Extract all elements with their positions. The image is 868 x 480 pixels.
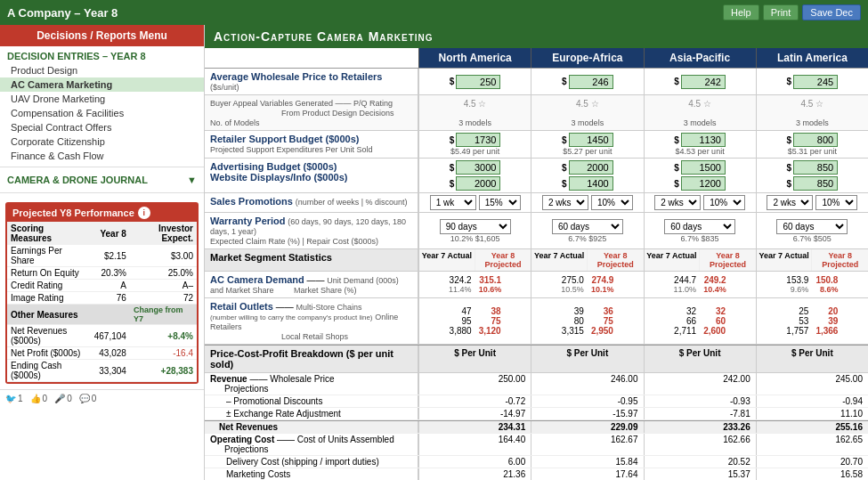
help-button[interactable]: Help xyxy=(723,4,759,20)
retailer-la-input[interactable] xyxy=(793,133,838,147)
warranty-ap: 60 days90 days120 days 6.7% $835 xyxy=(644,213,756,248)
market-stats-title: Market Segment Statistics xyxy=(205,249,418,271)
perf-yr8-netrev: 467,104 xyxy=(91,325,130,347)
perf-row-netprofit: Net Profit ($000s) 43,028 -16.4 xyxy=(7,347,197,360)
online-yr8-na: 75 xyxy=(479,316,501,326)
bd-delivery-label: Delivery Cost (shipping / import duties) xyxy=(205,456,418,468)
sidebar: Decisions / Reports Menu DECISION ENTRIE… xyxy=(0,25,205,480)
bd-promo-la: -0.94 xyxy=(756,395,868,407)
promo-weeks-ea-select[interactable]: 2 wks1 wk3 wks xyxy=(542,195,588,210)
retailer-support-na: $ $5.49 per unit xyxy=(418,131,531,158)
chains-yr7-na: 47 xyxy=(450,306,472,316)
bd-delivery-na: 6.00 xyxy=(418,456,531,468)
sidebar-item-uav[interactable]: UAV Drone Marketing xyxy=(0,92,204,106)
perf-row-eps: Earnings Per Share $2.15 $3.00 xyxy=(7,245,197,267)
social-icon-2[interactable]: 👍0 xyxy=(30,394,48,403)
bd-netrev-row: Net Revenues 234.31 229.09 233.26 255.16 xyxy=(205,420,868,434)
retailer-ap-input[interactable] xyxy=(681,133,726,147)
perf-label-credit: Credit Rating xyxy=(7,280,91,292)
ad-la-input[interactable] xyxy=(793,160,838,175)
bd-wholesale-ea: 246.00 xyxy=(531,373,643,395)
promo-disc-ap-select[interactable]: 10%15%20% xyxy=(703,195,745,210)
warranty-ap-select[interactable]: 60 days90 days120 days xyxy=(664,219,735,234)
print-button[interactable]: Print xyxy=(763,4,799,20)
market-stats-header: Market Segment Statistics Year 7 Actual … xyxy=(205,249,868,272)
perf-change-label: Change from Y7 xyxy=(130,305,197,325)
warranty-label: Warranty Period (60 days, 90 days, 120 d… xyxy=(205,213,418,248)
ad-website-label: Advertising Budget ($000s) Website Displ… xyxy=(205,159,418,192)
ad-ap-input[interactable] xyxy=(681,160,726,175)
bd-netrev-ap: 233.26 xyxy=(644,421,756,433)
avg-wholesale-la: $ xyxy=(756,69,868,94)
share-yr7-na: 11.4% xyxy=(449,285,472,294)
perf-label-eps: Earnings Per Share xyxy=(7,245,91,267)
ad-na-input[interactable] xyxy=(456,160,500,175)
promo-disc-la-select[interactable]: 10%15%20% xyxy=(815,195,857,210)
bd-delivery-ea: 15.84 xyxy=(531,456,643,468)
web-ap-input[interactable] xyxy=(681,176,726,191)
wholesale-ap-input[interactable] xyxy=(681,75,726,89)
promo-weeks-na-select[interactable]: 1 wk2 wks3 wks xyxy=(430,195,476,210)
bd-exchange-na: -14.97 xyxy=(418,408,531,419)
social-row: 🐦1 👍0 🎤0 💬0 xyxy=(0,389,204,407)
bd-netrev-label: Net Revenues xyxy=(205,421,418,433)
bd-promo-na: -0.72 xyxy=(418,395,531,407)
wholesale-na-input[interactable] xyxy=(456,75,500,89)
demand-yr8-ap: 249.2 xyxy=(703,275,726,285)
wholesale-la-input[interactable] xyxy=(793,75,838,89)
sidebar-item-special[interactable]: Special Contract Offers xyxy=(0,120,204,134)
warranty-la-select[interactable]: 60 days90 days120 days xyxy=(776,219,848,234)
perf-table: Scoring Measures Year 8 Investor Expect.… xyxy=(7,222,197,382)
bd-netrev-la: 255.16 xyxy=(756,421,868,433)
perf-col-yr8: Year 8 xyxy=(91,222,130,245)
demand-la: 153.9 9.6% 150.8 8.6% xyxy=(756,272,868,297)
save-button[interactable]: Save Dec xyxy=(802,4,861,20)
sidebar-item-finance[interactable]: Finance & Cash Flow xyxy=(0,149,204,163)
web-na-input[interactable] xyxy=(456,176,500,191)
promo-disc-ea-select[interactable]: 10%15%20% xyxy=(591,195,633,210)
perf-chg-netprofit: -16.4 xyxy=(130,347,197,360)
sidebar-item-citizenship[interactable]: Corporate Citizenship xyxy=(0,134,204,149)
web-ea-input[interactable] xyxy=(569,176,613,191)
breakdown-col-na: $ Per Unit xyxy=(418,346,531,372)
warranty-na-select[interactable]: 90 days60 days120 days180 days1 year xyxy=(440,219,511,234)
bd-units-na: 164.40 xyxy=(418,434,531,455)
demand-label: AC Camera Demand —— Unit Demand (000s) a… xyxy=(205,272,418,297)
bd-units-ea: 162.67 xyxy=(531,434,643,455)
mic-icon: 🎤 xyxy=(54,394,65,403)
promo-ea: 2 wks1 wk3 wks 10%15%20% xyxy=(531,193,643,212)
bd-op-cost-label: Operating Cost —— Cost of Units Assemble… xyxy=(205,434,418,455)
promo-disc-na-select[interactable]: 15%10%20% xyxy=(479,195,521,210)
share-yr8-la: 8.6% xyxy=(815,285,838,294)
ad-ea-input[interactable] xyxy=(569,160,613,175)
warranty-ea-select[interactable]: 60 days90 days120 days xyxy=(552,219,623,234)
sidebar-item-compensation[interactable]: Compensation & Facilities xyxy=(0,106,204,120)
perf-row-netrev: Net Revenues ($000s) 467,104 +8.4% xyxy=(7,325,197,347)
social-icon-1[interactable]: 🐦1 xyxy=(5,394,23,403)
app-title: A Company – Year 8 xyxy=(7,6,118,20)
retailer-na-input[interactable] xyxy=(456,133,500,147)
promo-weeks-la-select[interactable]: 2 wks1 wk3 wks xyxy=(767,195,813,210)
sidebar-journal[interactable]: CAMERA & DRONE JOURNAL ▼ xyxy=(0,171,204,189)
social-icon-4[interactable]: 💬0 xyxy=(79,394,97,403)
retailer-ea-input[interactable] xyxy=(569,133,613,147)
sidebar-item-product-design[interactable]: Product Design xyxy=(0,63,204,77)
perf-yr8-image: 76 xyxy=(91,292,130,305)
bd-marketing-row: Marketing Costs 21.36 17.64 15.37 16.58 xyxy=(205,468,868,480)
perf-row-credit: Credit Rating A A– xyxy=(7,280,197,292)
bd-marketing-label: Marketing Costs xyxy=(205,468,418,480)
retailer-support-la: $ $5.31 per unit xyxy=(756,131,868,158)
promo-weeks-ap-select[interactable]: 2 wks1 wk3 wks xyxy=(654,195,701,210)
ad-la: $ $ xyxy=(756,159,868,192)
retailer-support-row: Retailer Support Budget ($000s) Projecte… xyxy=(205,131,868,159)
sidebar-item-ac-camera[interactable]: AC Camera Marketing xyxy=(0,77,204,92)
yr8-label-na: Year 8 Projected xyxy=(475,249,531,271)
region-asia-pacific: Asia-Pacific xyxy=(644,48,756,68)
social-icon-3[interactable]: 🎤0 xyxy=(54,394,72,403)
wholesale-ea-input[interactable] xyxy=(569,75,613,89)
region-north-america: North America xyxy=(418,48,531,68)
bd-exchange-ap: -7.81 xyxy=(644,408,756,419)
perf-chg-netrev: +8.4% xyxy=(130,325,197,347)
retailer-support-ea: $ $5.27 per unit xyxy=(531,131,643,158)
web-la-input[interactable] xyxy=(793,176,838,191)
